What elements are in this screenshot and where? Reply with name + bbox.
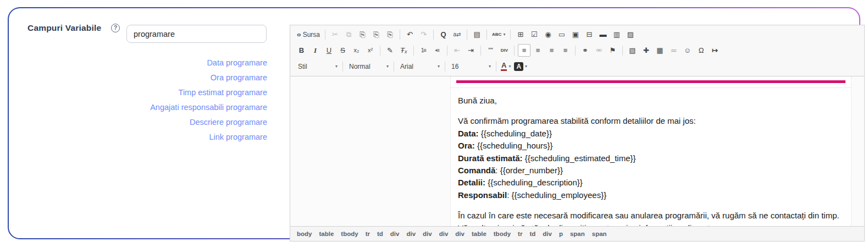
dropdown-arrow-icon: ▾ xyxy=(508,64,511,69)
table-button[interactable]: ▦ xyxy=(654,44,666,57)
text-field-button[interactable]: ▭ xyxy=(555,28,568,41)
toolbar-separator xyxy=(433,30,434,40)
link-button[interactable]: ⚭ xyxy=(579,44,591,57)
justify-button[interactable]: ≡ xyxy=(559,44,572,57)
link-icon: ⚭ xyxy=(582,47,588,54)
toolbar-separator xyxy=(496,62,496,72)
paste-plain-text-button[interactable]: ⎘ xyxy=(370,28,383,41)
smiley-button[interactable]: ☺ xyxy=(681,44,694,57)
path-item[interactable]: div xyxy=(406,230,416,237)
wysiwyg-editing-area[interactable]: Bună ziua, Vă confirmăm programarea stab… xyxy=(290,76,864,226)
undo-button[interactable]: ↶ xyxy=(403,28,416,41)
variable-field-link[interactable]: Descriere programare xyxy=(42,115,267,130)
bold-button[interactable]: B xyxy=(295,44,308,57)
numbered-list-button[interactable]: 1≡ xyxy=(417,44,430,57)
path-item[interactable]: span xyxy=(592,230,607,237)
button-button[interactable]: ▬ xyxy=(596,28,609,41)
paste-from-word-button[interactable]: ⎘ xyxy=(384,28,396,41)
increase-indent-button[interactable]: ⇥ xyxy=(465,44,477,57)
paragraph-format-combo[interactable]: Normal▾ xyxy=(346,60,391,73)
align-right-button[interactable]: ≡ xyxy=(545,44,558,57)
text-line: Ora: {{scheduling_hours}} xyxy=(458,140,843,152)
anchor-button[interactable]: ⚑ xyxy=(606,44,619,57)
image-upload-button[interactable]: ✚ xyxy=(640,44,653,57)
undo-icon: ↶ xyxy=(407,31,413,38)
path-item[interactable]: tbody xyxy=(494,230,511,237)
copy-formatting-button[interactable]: ✎ xyxy=(384,44,396,57)
path-item[interactable]: div xyxy=(423,230,432,237)
text-line: Vă mulțumim și vă stăm la dispoziție pen… xyxy=(458,222,843,226)
font-combo[interactable]: Arial▾ xyxy=(397,60,442,73)
variable-field-link[interactable]: Timp estimat programare xyxy=(42,85,267,100)
styles-combo[interactable]: Stil▾ xyxy=(295,60,340,73)
find-button[interactable]: Q xyxy=(437,28,450,41)
image-button-icon: ▥ xyxy=(613,31,620,38)
dropdown-arrow-icon: ▾ xyxy=(335,64,338,69)
paste-button[interactable]: ⎘ xyxy=(356,28,369,41)
checkbox-button[interactable]: ☑ xyxy=(528,28,540,41)
variable-field-link[interactable]: Link programare xyxy=(42,130,267,145)
path-item[interactable]: span xyxy=(570,230,585,237)
paste-icon: ⎘ xyxy=(360,31,365,38)
variable-field-link[interactable]: Data programare xyxy=(42,56,267,70)
path-item[interactable]: tr xyxy=(366,230,370,237)
textarea-button[interactable]: ▣ xyxy=(569,28,582,41)
form-button[interactable]: ⊞ xyxy=(514,28,527,41)
remove-format-button[interactable]: Ŧₓ xyxy=(397,44,410,57)
image-button-button[interactable]: ▥ xyxy=(610,28,623,41)
underline-button[interactable]: U xyxy=(323,44,335,57)
replace-button[interactable]: a⇄ xyxy=(451,28,463,41)
path-item[interactable]: td xyxy=(529,230,535,237)
decrease-indent-icon: ⇤ xyxy=(454,47,460,54)
image-button[interactable]: ▧ xyxy=(626,44,639,57)
panel-title: Campuri Variabile xyxy=(27,23,101,33)
select-field-button[interactable]: ⊟ xyxy=(583,28,595,41)
page-break-button[interactable]: ↦ xyxy=(709,44,721,57)
hidden-field-button[interactable]: ▨ xyxy=(624,28,637,41)
toolbar-separator xyxy=(394,62,394,72)
strikethrough-button[interactable]: S xyxy=(336,44,349,57)
image-upload-icon: ✚ xyxy=(643,47,649,54)
select-all-button[interactable]: ▤ xyxy=(471,28,483,41)
path-item[interactable]: div xyxy=(543,230,552,237)
path-item[interactable]: div xyxy=(390,230,400,237)
radio-button-icon: ◉ xyxy=(545,31,551,38)
italic-button[interactable]: I xyxy=(309,44,322,57)
form-icon: ⊞ xyxy=(517,31,523,38)
path-item[interactable]: td xyxy=(377,230,383,237)
horizontal-rule-button[interactable]: ═ xyxy=(667,44,680,57)
remove-format-icon: Ŧₓ xyxy=(400,47,407,54)
spell-check-button[interactable]: ABC▾ xyxy=(490,28,507,41)
source-button[interactable]: ‹›Sursa xyxy=(295,28,322,41)
variable-search-input[interactable] xyxy=(126,25,267,43)
find-icon: Q xyxy=(440,31,446,38)
path-item[interactable]: div xyxy=(455,230,465,237)
text-line: Detalii: {{scheduling_description}} xyxy=(458,177,843,189)
toolbar-separator xyxy=(622,46,623,56)
superscript-button[interactable]: x² xyxy=(364,44,377,57)
radio-button-button[interactable]: ◉ xyxy=(541,28,554,41)
div-container-button[interactable]: DIV xyxy=(498,44,511,57)
path-item[interactable]: table xyxy=(319,230,334,237)
path-item[interactable]: table xyxy=(472,230,486,237)
copy-button: ⧉ xyxy=(342,28,355,41)
bulleted-list-button[interactable]: •≡ xyxy=(431,44,444,57)
special-char-button[interactable]: Ω xyxy=(695,44,707,57)
blockquote-button[interactable]: ”” xyxy=(484,44,497,57)
path-item[interactable]: body xyxy=(297,230,312,237)
font-size-combo[interactable]: 16▾ xyxy=(448,60,493,73)
background-color-button[interactable]: A ▾ xyxy=(512,60,529,73)
variable-field-link[interactable]: Ora programare xyxy=(42,70,267,85)
variable-field-link[interactable]: Angajati responsabili programare xyxy=(42,100,267,115)
subscript-button[interactable]: x₂ xyxy=(350,44,363,57)
source-icon: ‹› xyxy=(297,31,301,38)
align-center-button[interactable]: ≡ xyxy=(532,44,544,57)
help-icon[interactable]: ? xyxy=(111,24,120,32)
path-item[interactable]: p xyxy=(559,230,563,237)
path-item[interactable]: tr xyxy=(518,230,522,237)
text-color-button[interactable]: A ▾ xyxy=(499,60,512,73)
align-left-button[interactable]: ≡ xyxy=(518,44,530,57)
path-item[interactable]: div xyxy=(439,230,449,237)
unlink-button: ⚮ xyxy=(593,44,605,57)
path-item[interactable]: tbody xyxy=(341,230,358,237)
